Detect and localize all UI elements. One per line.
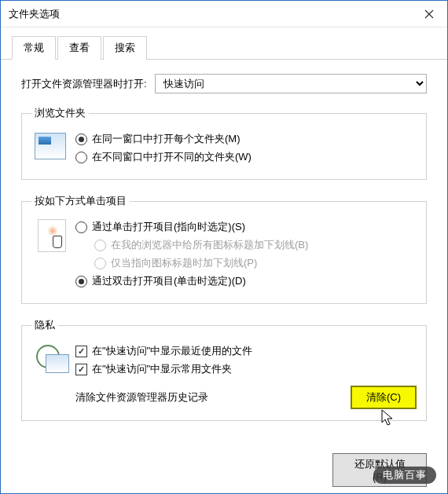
browse-fieldset: 浏览文件夹 在同一窗口中打开每个文件夹(M) 在不同窗口中打开不同的文件夹(W) (21, 106, 427, 180)
privacy-legend: 隐私 (31, 318, 58, 332)
radio-double-click-label: 通过双击打开项目(单击时选定)(D) (92, 274, 246, 288)
open-with-row: 打开文件资源管理器时打开: 快速访问 (21, 74, 427, 93)
checkbox-show-recent[interactable] (75, 346, 87, 357)
checkbox-show-recent-label: 在"快速访问"中显示最近使用的文件 (92, 344, 252, 358)
click-legend: 按如下方式单击项目 (31, 194, 130, 208)
privacy-fieldset: 隐私 在"快速访问"中显示最近使用的文件 在"快速访问"中显示常用文件夹 清除文… (21, 318, 427, 421)
browse-legend: 浏览文件夹 (31, 106, 89, 120)
folder-window-icon (35, 133, 66, 159)
dialog-body: 打开文件资源管理器时打开: 快速访问 浏览文件夹 在同一窗口中打开每个文件夹(M… (1, 60, 447, 443)
radio-underline-all-label: 在我的浏览器中给所有图标标题加下划线(B) (111, 238, 308, 252)
clock-folder-icon (36, 343, 69, 373)
footer-buttons: 还原默认值(R) (332, 453, 427, 487)
click-fieldset: 按如下方式单击项目 通过单击打开项目(指向时选定)(S) 在我的浏览器中给所有图… (21, 194, 427, 304)
restore-defaults-button[interactable]: 还原默认值(R) (332, 453, 427, 487)
clear-button[interactable]: 清除(C) (351, 386, 417, 409)
radio-same-window[interactable] (75, 134, 87, 145)
radio-single-click[interactable] (75, 221, 87, 233)
titlebar: 文件夹选项 (1, 1, 447, 27)
radio-single-click-label: 通过单击打开项目(指向时选定)(S) (92, 220, 245, 234)
open-with-select[interactable]: 快速访问 (155, 74, 427, 93)
radio-underline-all (94, 240, 106, 251)
radio-underline-point-label: 仅当指向图标标题时加下划线(P) (111, 256, 257, 270)
dialog-window: 文件夹选项 常规 查看 搜索 打开文件资源管理器时打开: 快速访问 浏览文件夹 (0, 0, 448, 494)
open-with-label: 打开文件资源管理器时打开: (21, 77, 147, 91)
radio-double-click[interactable] (75, 276, 87, 287)
tab-search[interactable]: 搜索 (103, 36, 147, 60)
radio-same-window-label: 在同一窗口中打开每个文件夹(M) (92, 132, 241, 146)
cursor-click-icon (38, 219, 66, 252)
radio-new-window[interactable] (75, 152, 87, 163)
tab-general[interactable]: 常规 (12, 36, 56, 60)
tab-strip: 常规 查看 搜索 (1, 27, 447, 60)
clear-history-label: 清除文件资源管理器历史记录 (75, 390, 351, 404)
window-title: 文件夹选项 (9, 7, 411, 21)
checkbox-show-frequent-label: 在"快速访问"中显示常用文件夹 (92, 362, 232, 376)
checkbox-show-frequent[interactable] (75, 364, 87, 375)
close-icon (424, 9, 434, 19)
radio-new-window-label: 在不同窗口中打开不同的文件夹(W) (92, 150, 252, 164)
tab-view[interactable]: 查看 (57, 36, 101, 60)
radio-underline-point (94, 258, 106, 269)
close-button[interactable] (411, 1, 447, 27)
